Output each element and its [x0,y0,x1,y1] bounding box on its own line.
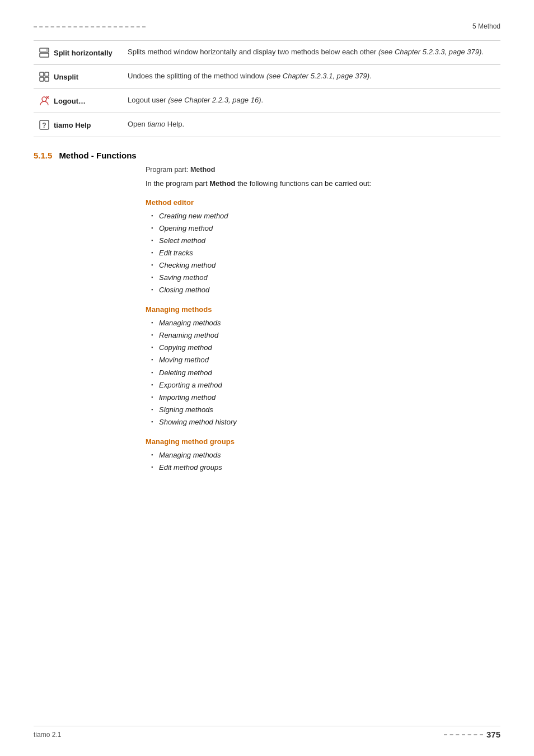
menu-table: Split horizontally Splits method window … [34,40,500,137]
header-section-label: 5 Method [472,22,500,30]
method-editor-list: Creating new method Opening method Selec… [34,210,500,297]
list-item: Closing method [151,284,500,296]
section-title: Method - Functions [59,151,136,160]
intro-text: In the program part Method the following… [34,178,500,189]
subsection-method-groups-title: Managing method groups [34,437,500,446]
subsection-method-editor-title: Method editor [34,198,500,207]
logout-icon [38,95,50,107]
logout-label: Logout… [54,97,86,105]
list-item: Opening method [151,222,500,235]
footer-deco-line [444,734,483,735]
list-item: Edit tracks [151,247,500,259]
svg-rect-4 [40,72,44,76]
icon-label: Split horizontally [38,46,119,59]
list-item: Managing methods [151,317,500,329]
help-desc: Open tiamo Help. [123,113,500,137]
svg-rect-7 [45,77,49,81]
list-item: Deleting method [151,367,500,379]
svg-text:?: ? [42,122,46,129]
page-footer: tiamo 2.1 375 [34,726,500,739]
svg-point-8 [42,97,46,101]
list-item: Creating new method [151,210,500,222]
managing-methods-list: Managing methods Renaming method Copying… [34,317,500,428]
split-horizontally-desc: Splits method window horizontally and di… [123,41,500,65]
svg-rect-1 [40,53,49,57]
icon-cell: Logout… [34,89,123,113]
icon-cell: Split horizontally [34,41,123,65]
section-number: 5.1.5 [34,151,52,160]
method-groups-list: Managing methods Edit method groups [34,449,500,474]
page-header: 5 Method [34,22,500,30]
list-item: Select method [151,235,500,247]
footer-page-number: 375 [486,730,500,739]
help-label: tiamo Help [54,121,91,129]
svg-rect-5 [45,72,49,76]
table-row: Unsplit Undoes the splitting of the meth… [34,65,500,89]
list-item: Exporting a method [151,379,500,391]
header-deco-line [34,26,146,27]
unsplit-icon [38,71,50,83]
table-row: ? tiamo Help Open tiamo Help. [34,113,500,137]
program-part-label: Program part: [146,166,188,174]
list-item: Showing method history [151,416,500,428]
list-item: Moving method [151,354,500,366]
list-item: Managing methods [151,449,500,461]
page-container: 5 Method Split [0,0,534,756]
icon-cell: Unsplit [34,65,123,89]
program-part-value: Method [190,166,215,174]
list-item: Signing methods [151,404,500,416]
icon-cell: ? tiamo Help [34,113,123,137]
icon-label: Logout… [38,95,119,107]
footer-right: 375 [444,730,500,739]
footer-app-name: tiamo 2.1 [34,731,61,739]
icon-label: ? tiamo Help [38,119,119,131]
program-part: Program part: Method [34,166,500,174]
section-heading: 5.1.5 Method - Functions [34,151,500,160]
svg-rect-6 [40,77,44,81]
list-item: Copying method [151,342,500,354]
icon-label: Unsplit [38,71,119,83]
table-row: Logout… Logout user (see Chapter 2.2.3, … [34,89,500,113]
list-item: Importing method [151,391,500,404]
list-item: Edit method groups [151,461,500,474]
unsplit-desc: Undoes the splitting of the method windo… [123,65,500,89]
subsection-managing-methods-title: Managing methods [34,305,500,314]
split-horizontally-icon [38,46,50,59]
help-icon: ? [38,119,50,131]
logout-desc: Logout user (see Chapter 2.2.3, page 16)… [123,89,500,113]
list-item: Renaming method [151,329,500,342]
list-item: Saving method [151,272,500,284]
unsplit-label: Unsplit [54,73,78,81]
split-horizontally-label: Split horizontally [54,49,113,57]
list-item: Checking method [151,259,500,272]
table-row: Split horizontally Splits method window … [34,41,500,65]
